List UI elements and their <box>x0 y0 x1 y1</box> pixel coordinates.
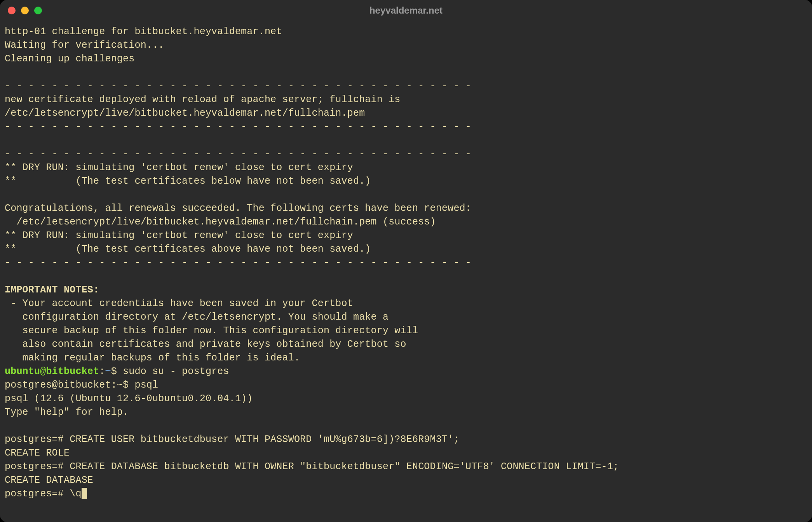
output-line: CREATE DATABASE <box>5 475 93 486</box>
output-line: postgres@bitbucket:~$ psql <box>5 379 158 391</box>
output-line: CREATE ROLE <box>5 447 70 459</box>
output-line: Type "help" for help. <box>5 407 129 418</box>
maximize-icon[interactable] <box>34 7 42 14</box>
window-title: heyvaldemar.net <box>0 5 812 16</box>
output-line: ** DRY RUN: simulating 'certbot renew' c… <box>5 230 353 241</box>
output-line: postgres=# CREATE DATABASE bitbucketdb W… <box>5 461 619 472</box>
output-line: - - - - - - - - - - - - - - - - - - - - … <box>5 121 471 132</box>
output-line: Congratulations, all renewals succeeded.… <box>5 203 471 214</box>
output-line: configuration directory at /etc/letsencr… <box>5 311 389 323</box>
important-notes-heading: IMPORTANT NOTES: <box>5 284 99 296</box>
output-line: postgres=# CREATE USER bitbucketdbuser W… <box>5 434 460 445</box>
output-line: - - - - - - - - - - - - - - - - - - - - … <box>5 148 471 160</box>
traffic-lights <box>8 7 42 14</box>
output-line: postgres=# \q <box>5 488 82 499</box>
output-line: Cleaning up challenges <box>5 53 134 64</box>
output-line: - Your account credentials have been sav… <box>5 298 353 309</box>
output-line: http-01 challenge for bitbucket.heyvalde… <box>5 26 282 37</box>
output-line: making regular backups of this folder is… <box>5 352 300 364</box>
output-line: also contain certificates and private ke… <box>5 339 406 350</box>
output-line: - - - - - - - - - - - - - - - - - - - - … <box>5 257 471 268</box>
command-text: sudo su - postgres <box>123 366 229 377</box>
output-line: secure backup of this folder now. This c… <box>5 325 418 336</box>
output-line: ** (The test certificates below have not… <box>5 176 371 187</box>
prompt-separator: : <box>99 366 105 377</box>
output-line: new certificate deployed with reload of … <box>5 94 401 105</box>
minimize-icon[interactable] <box>21 7 29 14</box>
cursor-icon <box>82 488 87 499</box>
output-line: Waiting for verification... <box>5 40 164 51</box>
terminal-body[interactable]: http-01 challenge for bitbucket.heyvalde… <box>0 21 812 505</box>
prompt-dollar: $ <box>111 366 123 377</box>
output-line: ** (The test certificates above have not… <box>5 244 371 255</box>
prompt-path: ~ <box>105 366 111 377</box>
terminal-window: heyvaldemar.net http-01 challenge for bi… <box>0 0 812 522</box>
output-line: ** DRY RUN: simulating 'certbot renew' c… <box>5 162 353 173</box>
output-line: /etc/letsencrypt/live/bitbucket.heyvalde… <box>5 216 436 228</box>
output-line: psql (12.6 (Ubuntu 12.6-0ubuntu0.20.04.1… <box>5 393 253 404</box>
close-icon[interactable] <box>8 7 16 14</box>
titlebar: heyvaldemar.net <box>0 0 812 21</box>
output-line: - - - - - - - - - - - - - - - - - - - - … <box>5 80 471 92</box>
prompt-user-host: ubuntu@bitbucket <box>5 366 99 377</box>
output-line: /etc/letsencrypt/live/bitbucket.heyvalde… <box>5 108 365 119</box>
